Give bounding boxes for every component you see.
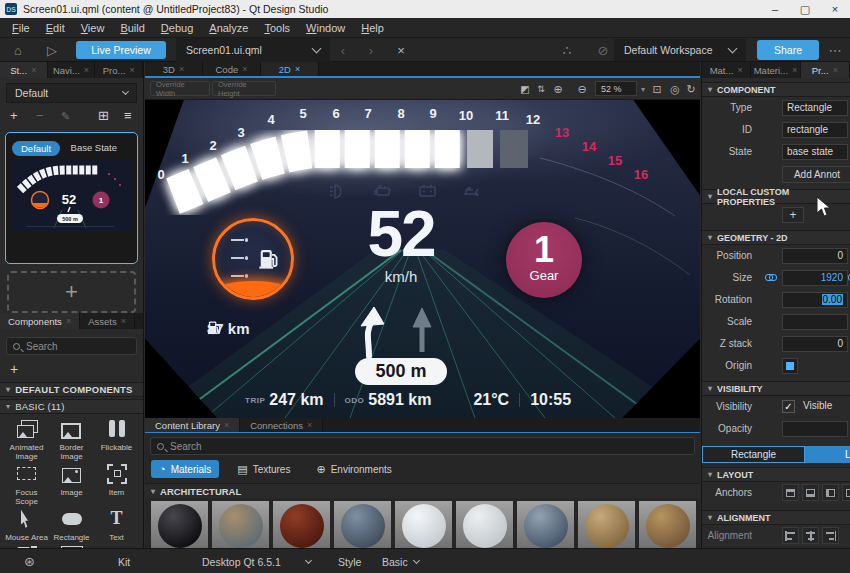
- home-icon[interactable]: ⌂: [8, 38, 28, 62]
- add-module-button[interactable]: +: [10, 361, 143, 377]
- component-rectangle[interactable]: Rectangle: [49, 507, 94, 542]
- share-button[interactable]: Share: [757, 40, 819, 60]
- refresh-icon[interactable]: ↻: [683, 78, 699, 100]
- kit-dropdown[interactable]: Desktop Qt 6.5.1: [202, 549, 281, 573]
- align-left-button[interactable]: [782, 527, 799, 544]
- library-tab-assets[interactable]: Assets×: [80, 313, 135, 329]
- material-tan-brick[interactable]: [639, 501, 696, 548]
- section-geometry-2d[interactable]: ▾ GEOMETRY - 2D: [702, 230, 850, 245]
- zstack-field[interactable]: 0: [782, 336, 848, 352]
- close-icon[interactable]: ×: [792, 65, 797, 75]
- id-field[interactable]: rectangle: [782, 122, 848, 138]
- section-default-components[interactable]: ▾ DEFAULT COMPONENTS: [0, 382, 143, 397]
- scale-field[interactable]: [782, 314, 848, 330]
- section-architectural[interactable]: ▾ ARCHITECTURAL: [145, 483, 700, 498]
- minimize-button[interactable]: –: [760, 0, 790, 18]
- style-dropdown[interactable]: Basic: [382, 549, 408, 573]
- state-name-badge[interactable]: Default: [12, 141, 60, 156]
- component-border-image[interactable]: Border Image: [49, 417, 94, 461]
- state-card-default[interactable]: Default Base State 1 52 500 m: [5, 132, 138, 264]
- chevron-down-icon[interactable]: [413, 556, 420, 563]
- material-blue-grey-stone[interactable]: [334, 501, 391, 548]
- editor-tab-2d[interactable]: 2D×: [261, 62, 319, 76]
- menu-file[interactable]: File: [4, 20, 38, 36]
- maximize-button[interactable]: ▢: [790, 0, 820, 18]
- add-property-button[interactable]: +: [782, 207, 804, 223]
- settings-icon[interactable]: ⊛: [24, 549, 35, 573]
- design-canvas[interactable]: 012345678910111213141516 52 km/h 1 Gear: [145, 100, 700, 418]
- add-state-button[interactable]: +: [7, 271, 136, 313]
- material-beige-sand[interactable]: [578, 501, 635, 548]
- component-mouse-area[interactable]: Mouse Area: [4, 507, 49, 542]
- component-flickable[interactable]: Flickable: [94, 417, 139, 461]
- material-frosted-glass[interactable]: [456, 501, 513, 548]
- anchor-right-button[interactable]: [842, 484, 850, 501]
- props-tab-materi[interactable]: Materi...×: [751, 62, 800, 78]
- close-icon[interactable]: ×: [129, 65, 134, 75]
- component-animated-image[interactable]: Animated Image: [4, 417, 49, 461]
- workspace-nodes-icon[interactable]: ∴: [558, 38, 576, 62]
- live-preview-button[interactable]: Live Preview: [76, 41, 166, 59]
- close-icon[interactable]: ×: [833, 65, 838, 75]
- anchor-bottom-button[interactable]: [802, 484, 819, 501]
- opacity-field[interactable]: [782, 421, 848, 437]
- stepper-icon[interactable]: ⇅: [535, 78, 547, 100]
- close-button[interactable]: ×: [820, 0, 850, 18]
- material-black-rubber[interactable]: [151, 501, 208, 548]
- center-view-icon[interactable]: ◎: [667, 78, 683, 100]
- subtab-rectangle[interactable]: Rectangle: [702, 446, 805, 463]
- zoom-in-icon[interactable]: ⊕: [549, 78, 567, 100]
- close-icon[interactable]: ×: [307, 420, 312, 430]
- subtab-layout[interactable]: L: [805, 446, 850, 463]
- component-focus-scope[interactable]: Focus Scope: [4, 462, 49, 506]
- more-icon[interactable]: ⋯: [826, 38, 844, 62]
- close-icon[interactable]: ×: [84, 65, 89, 75]
- left-tab-st[interactable]: St...×: [0, 62, 48, 78]
- components-search[interactable]: Search: [6, 337, 137, 355]
- workspace-dropdown[interactable]: Default Workspace: [614, 39, 746, 61]
- menu-view[interactable]: View: [73, 20, 113, 36]
- section-layout[interactable]: ▾ LAYOUT: [702, 467, 850, 482]
- component-image[interactable]: Image: [49, 462, 94, 506]
- close-document-icon[interactable]: ×: [392, 38, 410, 62]
- zoom-dropdown-icon[interactable]: ▾: [637, 78, 649, 100]
- material-red-clay[interactable]: [273, 501, 330, 548]
- run-icon[interactable]: ▷: [42, 38, 62, 62]
- states-dropdown[interactable]: Default: [6, 83, 137, 103]
- chevron-down-icon[interactable]: [305, 556, 312, 563]
- document-dropdown[interactable]: Screen01.ui.qml: [176, 38, 330, 62]
- content-tab-connections[interactable]: Connections×: [240, 418, 323, 432]
- material-blue-marble[interactable]: [517, 501, 574, 548]
- align-right-button[interactable]: [822, 527, 839, 544]
- section-basic[interactable]: ▾ BASIC (11): [0, 399, 143, 414]
- menu-analyze[interactable]: Analyze: [201, 20, 256, 36]
- state-field[interactable]: base state: [782, 144, 848, 160]
- dashboard-artboard[interactable]: 012345678910111213141516 52 km/h 1 Gear: [145, 100, 700, 418]
- menu-tools[interactable]: Tools: [256, 20, 298, 36]
- anchor-left-button[interactable]: [822, 484, 839, 501]
- props-tab-mat[interactable]: Mat...×: [702, 62, 751, 78]
- back-icon[interactable]: ‹: [334, 38, 352, 62]
- bw-mode-icon[interactable]: ◩: [517, 78, 533, 100]
- menu-debug[interactable]: Debug: [153, 20, 201, 36]
- menu-window[interactable]: Window: [298, 20, 353, 36]
- rotation-field[interactable]: 0.00: [782, 292, 848, 308]
- close-icon[interactable]: ×: [121, 316, 126, 326]
- fit-screen-icon[interactable]: ⊡: [649, 78, 665, 100]
- menu-edit[interactable]: Edit: [38, 20, 73, 36]
- component-item[interactable]: Item: [94, 462, 139, 506]
- anchor-top-button[interactable]: [782, 484, 799, 501]
- add-annotation-button[interactable]: Add Annot: [782, 166, 850, 183]
- override-width-field[interactable]: Override Width: [150, 81, 210, 96]
- library-tab-components[interactable]: Components×: [0, 313, 80, 329]
- add-state-icon[interactable]: +: [10, 107, 18, 125]
- editor-tab-code[interactable]: Code×: [203, 62, 261, 76]
- filter-materials[interactable]: ◔ Materials: [151, 460, 219, 478]
- close-icon[interactable]: ×: [295, 64, 300, 74]
- close-icon[interactable]: ×: [66, 316, 71, 326]
- state-thumbnail[interactable]: 1 52 500 m: [12, 160, 131, 232]
- visible-checkbox[interactable]: ✓: [782, 400, 795, 413]
- section-component[interactable]: ▾ COMPONENT: [702, 82, 850, 97]
- grid-view-icon[interactable]: ⊞: [98, 107, 109, 125]
- menu-build[interactable]: Build: [112, 20, 152, 36]
